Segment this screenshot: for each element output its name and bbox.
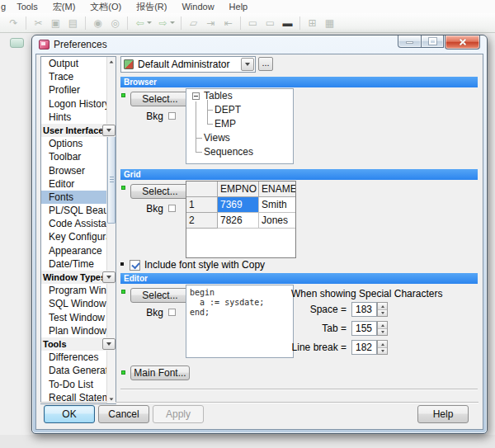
separator: [120, 389, 478, 390]
group-dropdown-button[interactable]: [102, 271, 116, 283]
scrollbar-thumb[interactable]: [107, 134, 116, 224]
window-list-icon[interactable]: ⊞: [304, 14, 321, 32]
profile-browse-button[interactable]: ...: [258, 57, 273, 71]
menu-item-truncated[interactable]: g: [0, 2, 9, 12]
tab-value-input[interactable]: [351, 321, 377, 336]
menu-item-macro[interactable]: 宏(M): [45, 1, 83, 13]
find-icon[interactable]: ◉: [89, 14, 106, 32]
line-break-spinner: [377, 340, 388, 355]
spinner-up-button[interactable]: [378, 341, 387, 347]
browser-section-header: Browser: [120, 77, 478, 87]
close-button[interactable]: [445, 35, 480, 50]
outdent-icon[interactable]: ⇤: [219, 14, 237, 32]
indent-icon[interactable]: ⇥: [202, 14, 219, 32]
menu-item-help[interactable]: Help: [222, 2, 256, 12]
column-header-ename: ENAME: [259, 182, 295, 197]
help-button[interactable]: Help: [417, 405, 469, 423]
grid-icon[interactable]: ▦: [321, 14, 338, 32]
editor-select-font-button[interactable]: Select...: [130, 288, 190, 303]
spinner-up-button[interactable]: [378, 303, 387, 309]
tree-node-emp[interactable]: EMP: [214, 118, 236, 130]
group-dropdown-button[interactable]: [102, 125, 116, 136]
tree-node-sequences[interactable]: Sequences: [204, 146, 253, 158]
space-value-input[interactable]: [351, 302, 377, 317]
minimize-button[interactable]: [398, 35, 422, 48]
table-header-row: EMPNO ENAME: [186, 182, 295, 197]
menu-item-reports[interactable]: 报告(R): [129, 1, 174, 13]
arrow-up-icon: [381, 305, 384, 308]
chevron-down-icon[interactable]: [170, 21, 175, 24]
include-font-style-option: Include font style with Copy: [130, 259, 265, 271]
row-header[interactable]: 1: [186, 197, 218, 213]
grid-preview-table: EMPNO ENAME 1 7369 Smith 2 7826 Jones: [186, 181, 296, 258]
spinner-down-button[interactable]: [378, 309, 387, 316]
dialog-titlebar[interactable]: Preferences: [32, 35, 487, 54]
dropdown-arrow-button[interactable]: [241, 58, 254, 71]
scroll-down-button[interactable]: [107, 394, 116, 403]
edit-doc-icon[interactable]: ▱: [185, 14, 202, 32]
row-header[interactable]: 2: [186, 213, 218, 229]
chevron-down-icon[interactable]: [147, 21, 152, 24]
grid-select-font-button[interactable]: Select...: [130, 184, 190, 199]
maximize-icon: [429, 38, 436, 45]
macro-record-icon[interactable]: ▭: [244, 14, 262, 32]
browser-bkg-color-box[interactable]: [168, 112, 176, 120]
line-break-label: Line break =: [252, 342, 346, 353]
table-cell[interactable]: 7826: [218, 213, 259, 229]
find-next-icon[interactable]: ◎: [106, 14, 124, 32]
main-font-button[interactable]: Main Font...: [130, 365, 190, 380]
tree-node-views[interactable]: Views: [204, 132, 230, 144]
maximize-button[interactable]: [422, 35, 444, 48]
toolbar-separator: [240, 17, 241, 30]
collapse-icon[interactable]: [192, 92, 200, 100]
arrow-down-icon: [381, 331, 384, 333]
scroll-up-button[interactable]: [107, 57, 116, 66]
spinner-down-button[interactable]: [378, 347, 387, 354]
tree-node-dept[interactable]: DEPT: [214, 104, 241, 116]
grid-bkg-color-box[interactable]: [168, 205, 176, 212]
group-dropdown-button[interactable]: [102, 338, 116, 350]
editor-bkg-color-box[interactable]: [168, 309, 176, 316]
sidebar-scrollbar[interactable]: [106, 57, 116, 403]
menu-item-tools[interactable]: Tools: [9, 2, 45, 12]
preferences-dialog: Preferences Output Trace Profiler Logon …: [31, 35, 488, 434]
apply-button[interactable]: Apply: [153, 405, 204, 423]
ok-button[interactable]: OK: [44, 405, 95, 423]
space-spinner: [377, 302, 388, 317]
macro-run-icon[interactable]: ▬: [279, 14, 296, 32]
include-font-style-checkbox[interactable]: [130, 260, 140, 271]
close-icon: [459, 38, 467, 46]
paste-icon[interactable]: ▤: [64, 14, 82, 32]
spinner-up-button[interactable]: [378, 322, 387, 328]
export-icon[interactable]: ⇨: [154, 14, 172, 32]
line-break-value-input[interactable]: [351, 340, 377, 355]
browser-select-font-button[interactable]: Select...: [130, 92, 190, 106]
arrow-down-icon: [110, 398, 114, 400]
menu-item-docs[interactable]: 文档(O): [82, 1, 129, 13]
copy-icon[interactable]: ▣: [47, 14, 64, 32]
preferences-icon: [39, 40, 50, 50]
chevron-down-icon: [106, 276, 111, 279]
table-cell-selected[interactable]: 7369: [218, 197, 259, 213]
section-indicator: [121, 370, 125, 375]
profile-dropdown[interactable]: Default Administrator: [120, 56, 256, 73]
table-row: 2 7826 Jones: [186, 213, 295, 229]
session-icon[interactable]: [10, 38, 24, 48]
spinner-down-button[interactable]: [378, 328, 387, 335]
tree-node-tables[interactable]: Tables: [204, 90, 233, 101]
cut-icon[interactable]: ✂: [30, 14, 47, 32]
space-label: Space =: [252, 304, 346, 315]
import-icon[interactable]: ⇦: [131, 14, 148, 32]
table-cell[interactable]: Smith: [259, 197, 295, 213]
table-cell[interactable]: Jones: [259, 213, 295, 229]
arrow-down-icon: [381, 312, 384, 314]
cancel-button[interactable]: Cancel: [98, 405, 149, 423]
tree-line: [207, 100, 208, 124]
column-header: [186, 182, 218, 197]
menu-item-window[interactable]: Window: [174, 2, 221, 12]
profile-value: Default Administrator: [138, 59, 241, 70]
undo-icon[interactable]: ↷: [5, 14, 22, 32]
tree-line: [196, 101, 196, 152]
toolbar-separator: [85, 17, 86, 30]
macro-pause-icon[interactable]: ▭: [262, 14, 279, 32]
